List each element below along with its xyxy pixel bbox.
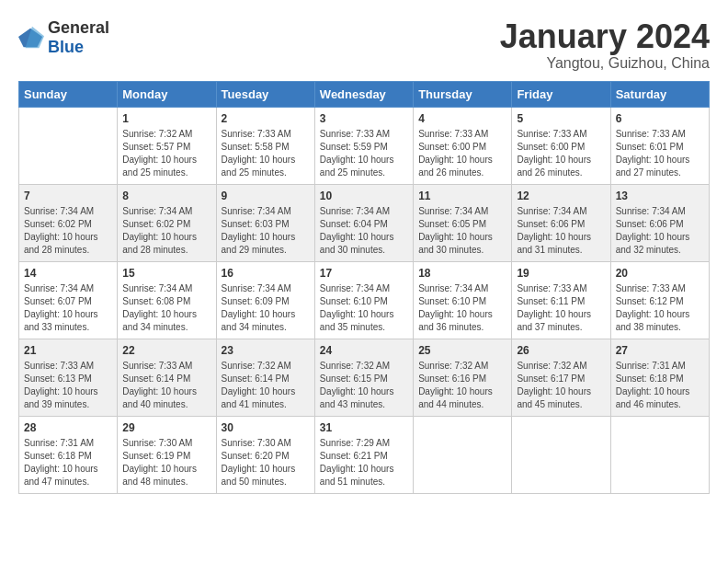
calendar-cell bbox=[512, 416, 610, 493]
day-number: 30 bbox=[222, 421, 310, 434]
day-info: Sunrise: 7:29 AMSunset: 6:21 PMDaylight:… bbox=[320, 437, 408, 488]
calendar-cell: 17Sunrise: 7:34 AMSunset: 6:10 PMDayligh… bbox=[314, 261, 413, 339]
calendar-week-row: 14Sunrise: 7:34 AMSunset: 6:07 PMDayligh… bbox=[19, 261, 710, 339]
day-info: Sunrise: 7:33 AMSunset: 6:00 PMDaylight:… bbox=[517, 128, 605, 179]
calendar-body: 1Sunrise: 7:32 AMSunset: 5:57 PMDaylight… bbox=[19, 107, 710, 493]
day-number: 20 bbox=[616, 267, 704, 280]
calendar-cell bbox=[19, 107, 118, 184]
day-info: Sunrise: 7:34 AMSunset: 6:05 PMDaylight:… bbox=[418, 205, 506, 257]
weekday-header-saturday: Saturday bbox=[610, 81, 709, 107]
calendar-cell: 22Sunrise: 7:33 AMSunset: 6:14 PMDayligh… bbox=[118, 339, 216, 416]
day-number: 17 bbox=[320, 267, 408, 280]
day-info: Sunrise: 7:34 AMSunset: 6:10 PMDaylight:… bbox=[418, 282, 506, 334]
calendar-table: SundayMondayTuesdayWednesdayThursdayFrid… bbox=[18, 81, 710, 494]
logo-icon bbox=[18, 25, 44, 51]
calendar-cell bbox=[610, 416, 709, 493]
day-info: Sunrise: 7:30 AMSunset: 6:20 PMDaylight:… bbox=[222, 437, 310, 488]
calendar-cell: 10Sunrise: 7:34 AMSunset: 6:04 PMDayligh… bbox=[314, 184, 413, 261]
day-info: Sunrise: 7:34 AMSunset: 6:08 PMDaylight:… bbox=[122, 282, 210, 334]
day-info: Sunrise: 7:32 AMSunset: 6:15 PMDaylight:… bbox=[320, 360, 408, 411]
day-number: 28 bbox=[24, 421, 112, 434]
day-number: 12 bbox=[517, 190, 605, 202]
calendar-cell: 23Sunrise: 7:32 AMSunset: 6:14 PMDayligh… bbox=[216, 339, 314, 416]
day-number: 11 bbox=[418, 190, 506, 202]
day-info: Sunrise: 7:31 AMSunset: 6:18 PMDaylight:… bbox=[24, 437, 112, 488]
calendar-cell: 21Sunrise: 7:33 AMSunset: 6:13 PMDayligh… bbox=[19, 339, 118, 416]
day-number: 27 bbox=[616, 344, 704, 357]
calendar-cell: 19Sunrise: 7:33 AMSunset: 6:11 PMDayligh… bbox=[512, 261, 610, 339]
day-number: 1 bbox=[122, 112, 210, 125]
location-title: Yangtou, Guizhou, China bbox=[500, 55, 710, 72]
day-number: 6 bbox=[616, 112, 704, 125]
day-number: 25 bbox=[418, 344, 506, 357]
day-info: Sunrise: 7:32 AMSunset: 6:16 PMDaylight:… bbox=[418, 360, 506, 411]
day-info: Sunrise: 7:33 AMSunset: 5:58 PMDaylight:… bbox=[222, 128, 310, 179]
calendar-cell: 28Sunrise: 7:31 AMSunset: 6:18 PMDayligh… bbox=[19, 416, 118, 493]
day-info: Sunrise: 7:34 AMSunset: 6:06 PMDaylight:… bbox=[517, 205, 605, 257]
title-block: January 2024 Yangtou, Guizhou, China bbox=[500, 18, 710, 72]
day-number: 18 bbox=[418, 267, 506, 280]
calendar-cell: 9Sunrise: 7:34 AMSunset: 6:03 PMDaylight… bbox=[216, 184, 314, 261]
day-number: 22 bbox=[122, 344, 210, 357]
calendar-cell: 13Sunrise: 7:34 AMSunset: 6:06 PMDayligh… bbox=[610, 184, 709, 261]
calendar-cell: 24Sunrise: 7:32 AMSunset: 6:15 PMDayligh… bbox=[314, 339, 413, 416]
calendar-cell: 12Sunrise: 7:34 AMSunset: 6:06 PMDayligh… bbox=[512, 184, 610, 261]
day-info: Sunrise: 7:33 AMSunset: 6:12 PMDaylight:… bbox=[616, 282, 704, 334]
calendar-cell: 5Sunrise: 7:33 AMSunset: 6:00 PMDaylight… bbox=[512, 107, 610, 184]
calendar-cell: 15Sunrise: 7:34 AMSunset: 6:08 PMDayligh… bbox=[118, 261, 216, 339]
day-info: Sunrise: 7:34 AMSunset: 6:02 PMDaylight:… bbox=[24, 205, 112, 257]
day-info: Sunrise: 7:33 AMSunset: 6:14 PMDaylight:… bbox=[122, 360, 210, 411]
day-info: Sunrise: 7:30 AMSunset: 6:19 PMDaylight:… bbox=[122, 437, 210, 488]
weekday-header-tuesday: Tuesday bbox=[216, 81, 314, 107]
calendar-cell: 14Sunrise: 7:34 AMSunset: 6:07 PMDayligh… bbox=[19, 261, 118, 339]
calendar-cell: 8Sunrise: 7:34 AMSunset: 6:02 PMDaylight… bbox=[118, 184, 216, 261]
calendar-week-row: 1Sunrise: 7:32 AMSunset: 5:57 PMDaylight… bbox=[19, 107, 710, 184]
weekday-header-row: SundayMondayTuesdayWednesdayThursdayFrid… bbox=[19, 81, 710, 107]
calendar-cell: 6Sunrise: 7:33 AMSunset: 6:01 PMDaylight… bbox=[610, 107, 709, 184]
day-info: Sunrise: 7:34 AMSunset: 6:02 PMDaylight:… bbox=[122, 205, 210, 257]
weekday-header-sunday: Sunday bbox=[19, 81, 118, 107]
day-number: 4 bbox=[418, 112, 506, 125]
weekday-header-wednesday: Wednesday bbox=[314, 81, 413, 107]
weekday-header-friday: Friday bbox=[512, 81, 610, 107]
day-number: 3 bbox=[320, 112, 408, 125]
day-info: Sunrise: 7:32 AMSunset: 6:17 PMDaylight:… bbox=[517, 360, 605, 411]
day-info: Sunrise: 7:34 AMSunset: 6:04 PMDaylight:… bbox=[320, 205, 408, 257]
calendar-cell: 26Sunrise: 7:32 AMSunset: 6:17 PMDayligh… bbox=[512, 339, 610, 416]
calendar-cell: 20Sunrise: 7:33 AMSunset: 6:12 PMDayligh… bbox=[610, 261, 709, 339]
day-number: 10 bbox=[320, 190, 408, 202]
weekday-header-thursday: Thursday bbox=[414, 81, 512, 107]
day-number: 9 bbox=[222, 190, 310, 202]
calendar-cell: 27Sunrise: 7:31 AMSunset: 6:18 PMDayligh… bbox=[610, 339, 709, 416]
day-number: 23 bbox=[222, 344, 310, 357]
day-number: 5 bbox=[517, 112, 605, 125]
day-number: 24 bbox=[320, 344, 408, 357]
calendar-week-row: 21Sunrise: 7:33 AMSunset: 6:13 PMDayligh… bbox=[19, 339, 710, 416]
day-info: Sunrise: 7:32 AMSunset: 5:57 PMDaylight:… bbox=[122, 128, 210, 179]
day-info: Sunrise: 7:32 AMSunset: 6:14 PMDaylight:… bbox=[222, 360, 310, 411]
page-header: General Blue January 2024 Yangtou, Guizh… bbox=[18, 18, 710, 72]
day-number: 13 bbox=[616, 190, 704, 202]
month-title: January 2024 bbox=[500, 18, 710, 55]
day-number: 15 bbox=[122, 267, 210, 280]
day-info: Sunrise: 7:34 AMSunset: 6:03 PMDaylight:… bbox=[222, 205, 310, 257]
day-number: 31 bbox=[320, 421, 408, 434]
day-info: Sunrise: 7:33 AMSunset: 5:59 PMDaylight:… bbox=[320, 128, 408, 179]
day-number: 16 bbox=[222, 267, 310, 280]
calendar-cell: 18Sunrise: 7:34 AMSunset: 6:10 PMDayligh… bbox=[414, 261, 512, 339]
calendar-cell: 25Sunrise: 7:32 AMSunset: 6:16 PMDayligh… bbox=[414, 339, 512, 416]
calendar-cell: 11Sunrise: 7:34 AMSunset: 6:05 PMDayligh… bbox=[414, 184, 512, 261]
day-info: Sunrise: 7:34 AMSunset: 6:06 PMDaylight:… bbox=[616, 205, 704, 257]
day-info: Sunrise: 7:34 AMSunset: 6:07 PMDaylight:… bbox=[24, 282, 112, 334]
day-info: Sunrise: 7:33 AMSunset: 6:13 PMDaylight:… bbox=[24, 360, 112, 411]
calendar-cell: 7Sunrise: 7:34 AMSunset: 6:02 PMDaylight… bbox=[19, 184, 118, 261]
day-info: Sunrise: 7:33 AMSunset: 6:01 PMDaylight:… bbox=[616, 128, 704, 179]
day-number: 19 bbox=[517, 267, 605, 280]
calendar-cell bbox=[414, 416, 512, 493]
day-info: Sunrise: 7:34 AMSunset: 6:10 PMDaylight:… bbox=[320, 282, 408, 334]
day-number: 14 bbox=[24, 267, 112, 280]
day-info: Sunrise: 7:34 AMSunset: 6:09 PMDaylight:… bbox=[222, 282, 310, 334]
calendar-cell: 2Sunrise: 7:33 AMSunset: 5:58 PMDaylight… bbox=[216, 107, 314, 184]
logo-blue: Blue bbox=[48, 38, 84, 56]
day-number: 26 bbox=[517, 344, 605, 357]
